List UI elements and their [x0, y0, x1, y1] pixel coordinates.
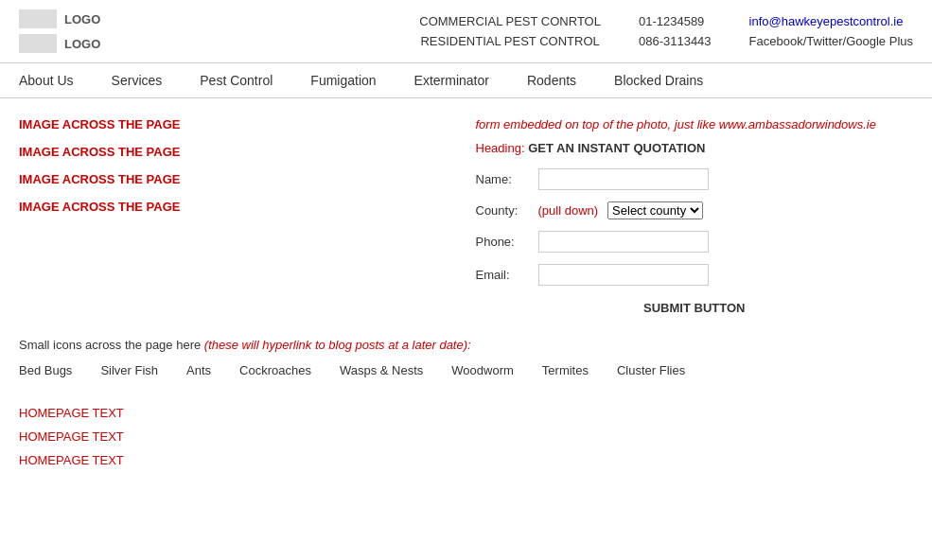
header-phones: 01-1234589 086-3113443: [639, 14, 712, 48]
icon-termites[interactable]: Termites: [542, 363, 589, 377]
county-select[interactable]: Select county: [607, 201, 703, 219]
homepage-text-2[interactable]: HOMEPAGE TEXT: [19, 429, 913, 444]
icon-wasps-nests[interactable]: Wasps & Nests: [340, 363, 423, 377]
nav-services[interactable]: Services: [112, 73, 163, 88]
image-placeholders: IMAGE ACROSS THE PAGE IMAGE ACROSS THE P…: [19, 117, 457, 315]
logo-row-2: LOGO: [19, 34, 100, 53]
form-description: form embedded on top of the photo, just …: [476, 117, 914, 131]
content-split: IMAGE ACROSS THE PAGE IMAGE ACROSS THE P…: [19, 117, 913, 315]
submit-row: SUBMIT BUTTON: [476, 301, 914, 315]
header: LOGO LOGO COMMERCIAL PEST CONRTOL RESIDE…: [0, 0, 932, 62]
main-content: IMAGE ACROSS THE PAGE IMAGE ACROSS THE P…: [0, 98, 932, 486]
icons-highlight-text: (these will hyperlink to blog posts at a…: [204, 338, 471, 352]
icons-intro-text: Small icons across the page here (these …: [19, 338, 913, 352]
image-placeholder-4: IMAGE ACROSS THE PAGE: [19, 200, 457, 214]
phone-2: 086-3113443: [639, 34, 712, 48]
image-placeholder-2: IMAGE ACROSS THE PAGE: [19, 145, 457, 159]
heading-label: Heading:: [476, 141, 525, 155]
image-placeholder-1: IMAGE ACROSS THE PAGE: [19, 117, 457, 131]
form-heading-row: Heading: GET AN INSTANT QUOTATION: [476, 141, 914, 155]
icon-bed-bugs[interactable]: Bed Bugs: [19, 363, 72, 377]
county-field-row: County: (pull down) Select county: [476, 201, 914, 219]
icon-silver-fish[interactable]: Silver Fish: [100, 363, 158, 377]
phone-1: 01-1234589: [639, 14, 712, 28]
email-field-row: Email:: [476, 264, 914, 286]
header-service-labels: COMMERCIAL PEST CONRTOL RESIDENTIAL PEST…: [419, 14, 601, 48]
name-label: Name:: [476, 172, 533, 186]
name-field-row: Name:: [476, 168, 914, 190]
logo-label-2: LOGO: [64, 37, 100, 51]
nav-pest-control[interactable]: Pest Control: [200, 73, 273, 88]
phone-label: Phone:: [476, 235, 533, 249]
icons-intro-label: Small icons across the page here: [19, 338, 201, 352]
header-logos: LOGO LOGO: [19, 9, 100, 53]
logo-image-2: [19, 34, 57, 53]
email-label: Email:: [476, 268, 533, 282]
email-link[interactable]: info@hawkeyepestcontrol.ie: [749, 14, 913, 28]
icon-cluster-flies[interactable]: Cluster Flies: [617, 363, 685, 377]
icon-cockroaches[interactable]: Cockroaches: [239, 363, 311, 377]
icon-ants[interactable]: Ants: [186, 363, 211, 377]
commercial-label: COMMERCIAL PEST CONRTOL: [419, 14, 601, 28]
image-placeholder-3: IMAGE ACROSS THE PAGE: [19, 172, 457, 186]
homepage-text-3[interactable]: HOMEPAGE TEXT: [19, 453, 913, 467]
form-area: form embedded on top of the photo, just …: [476, 117, 914, 315]
residential-label: RESIDENTIAL PEST CONTROL: [419, 34, 601, 48]
submit-button[interactable]: SUBMIT BUTTON: [643, 301, 745, 315]
logo-row-1: LOGO: [19, 9, 100, 28]
email-input[interactable]: [538, 264, 709, 286]
logo-image-1: [19, 9, 57, 28]
icons-section: Small icons across the page here (these …: [19, 338, 913, 377]
county-label: County:: [476, 203, 533, 218]
header-contact: info@hawkeyepestcontrol.ie Facebook/Twit…: [749, 14, 913, 48]
nav-rodents[interactable]: Rodents: [527, 73, 576, 88]
navigation: About Us Services Pest Control Fumigatio…: [0, 62, 932, 98]
nav-fumigation[interactable]: Fumigation: [310, 73, 376, 88]
phone-field-row: Phone:: [476, 231, 914, 253]
social-links: Facebook/Twitter/Google Plus: [749, 34, 913, 48]
nav-blocked-drains[interactable]: Blocked Drains: [614, 73, 703, 88]
phone-input[interactable]: [538, 231, 709, 253]
homepage-section: HOMEPAGE TEXT HOMEPAGE TEXT HOMEPAGE TEX…: [19, 406, 913, 467]
homepage-text-1[interactable]: HOMEPAGE TEXT: [19, 406, 913, 420]
icon-woodworm[interactable]: Woodworm: [451, 363, 514, 377]
heading-value: GET AN INSTANT QUOTATION: [528, 141, 705, 155]
name-input[interactable]: [538, 168, 709, 190]
county-pulldown-label: (pull down): [538, 203, 599, 218]
nav-about[interactable]: About Us: [19, 73, 74, 88]
icons-row: Bed Bugs Silver Fish Ants Cockroaches Wa…: [19, 363, 913, 377]
nav-exterminator[interactable]: Exterminator: [414, 73, 489, 88]
logo-label-1: LOGO: [64, 12, 100, 26]
header-center-group: COMMERCIAL PEST CONRTOL RESIDENTIAL PEST…: [419, 14, 913, 48]
